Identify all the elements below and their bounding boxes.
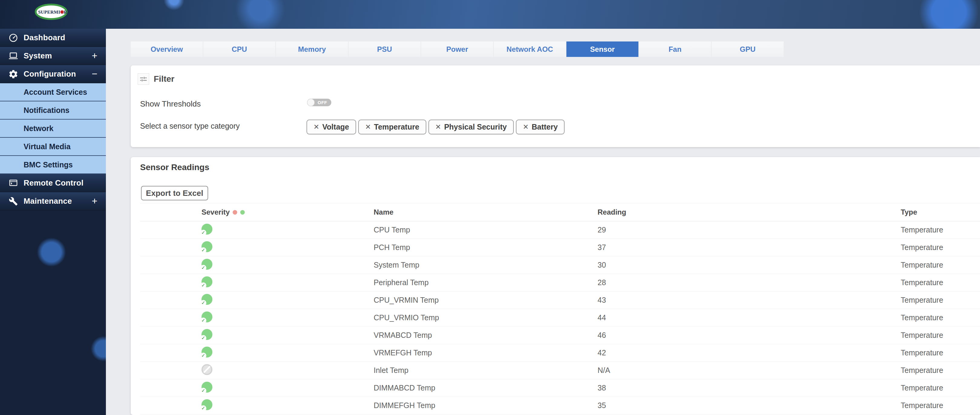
sensor-table-row[interactable]: CPU_VRMIN Temp 43 Temperature — [140, 292, 980, 309]
sensor-type: Temperature — [901, 401, 980, 410]
sensor-type: Temperature — [901, 383, 980, 392]
sensor-type: Temperature — [901, 278, 980, 287]
column-header-type[interactable]: Type — [901, 208, 980, 216]
subnav-label: Network — [24, 124, 54, 133]
sensor-reading: 28 — [598, 278, 901, 287]
severity-status-icon — [202, 329, 212, 340]
sidebar-item-system[interactable]: System + — [0, 47, 106, 65]
sidebar-item-remote-control[interactable]: Remote Control — [0, 174, 106, 192]
remove-chip-icon[interactable]: ✕ — [523, 123, 528, 131]
sensor-name: CPU_VRMIO Temp — [374, 313, 598, 322]
sidebar-item-virtual-media[interactable]: Virtual Media — [0, 138, 106, 156]
sensor-name: Inlet Temp — [374, 366, 598, 375]
tab-label: PSU — [377, 45, 392, 54]
sidebar-item-label: System — [24, 51, 92, 61]
category-chip[interactable]: ✕ Temperature — [358, 120, 426, 134]
tab[interactable]: CPU — [203, 42, 275, 57]
remove-chip-icon[interactable]: ✕ — [435, 123, 441, 131]
show-thresholds-label: Show Thresholds — [140, 99, 200, 109]
chip-label: Battery — [531, 123, 558, 131]
sensor-table-row[interactable]: Peripheral Temp 28 Temperature — [140, 274, 980, 292]
subnav-label: Virtual Media — [24, 142, 70, 151]
expand-plus-icon[interactable]: + — [92, 196, 97, 207]
sensor-table-row[interactable]: CPU_VRMIO Temp 44 Temperature — [140, 309, 980, 327]
sidebar-item-label: Configuration — [24, 69, 92, 79]
show-thresholds-toggle[interactable]: OFF — [307, 99, 331, 106]
severity-status-icon — [202, 364, 212, 375]
tab[interactable]: Sensor — [566, 42, 638, 57]
expand-plus-icon[interactable]: + — [92, 50, 97, 61]
sensor-table-row[interactable]: PCH Temp 37 Temperature — [140, 239, 980, 256]
sensor-reading: 43 — [598, 296, 901, 305]
remove-chip-icon[interactable]: ✕ — [365, 123, 371, 131]
tab-label: Overview — [151, 45, 183, 54]
tab[interactable]: Memory — [276, 42, 348, 57]
tab-label: CPU — [232, 45, 247, 54]
sidebar-item-label: Remote Control — [24, 178, 97, 188]
tab[interactable]: PSU — [348, 42, 420, 57]
tab-bar: Overview CPU Memory PSU Power Network AO… — [131, 42, 784, 57]
sensor-category-label: Select a sensor type category — [140, 122, 240, 131]
tab[interactable]: Power — [421, 42, 493, 57]
sensor-name: CPU_VRMIN Temp — [374, 296, 598, 305]
sidebar-item-network[interactable]: Network — [0, 120, 106, 138]
tab[interactable]: Network AOC — [494, 42, 566, 57]
export-to-excel-button[interactable]: Export to Excel — [141, 186, 208, 200]
tab[interactable]: Fan — [639, 42, 711, 57]
column-header-severity[interactable]: Severity — [202, 208, 230, 216]
sensor-table-row[interactable]: System Temp 30 Temperature — [140, 256, 980, 274]
severity-critical-dot-icon — [233, 210, 237, 215]
sensor-name: VRMABCD Temp — [374, 331, 598, 340]
sensor-reading: 35 — [598, 401, 901, 410]
column-header-name[interactable]: Name — [374, 208, 598, 216]
tab-label: Sensor — [590, 45, 614, 54]
collapse-minus-icon[interactable]: − — [92, 69, 97, 80]
sidebar-item-notifications[interactable]: Notifications — [0, 101, 106, 120]
sensor-readings-title: Sensor Readings — [140, 163, 209, 172]
sensor-reading: 46 — [598, 331, 901, 340]
sidebar-item-dashboard[interactable]: Dashboard — [0, 29, 106, 47]
sensor-reading: N/A — [598, 366, 901, 375]
toggle-state-label: OFF — [315, 100, 331, 105]
filter-panel: Filter Show Thresholds OFF Select a sens… — [131, 65, 980, 147]
tab-label: Power — [446, 45, 468, 54]
sensor-table-row[interactable]: Inlet Temp N/A Temperature — [140, 362, 980, 379]
sensor-reading: 38 — [598, 383, 901, 392]
sensor-category-chips: ✕ Voltage ✕ Temperature ✕ Physical Secur… — [307, 120, 565, 134]
supermicro-logo: SUPERMICR — [35, 3, 68, 21]
category-chip[interactable]: ✕ Battery — [516, 120, 565, 134]
category-chip[interactable]: ✕ Voltage — [307, 120, 356, 134]
sidebar-item-label: Dashboard — [24, 33, 97, 42]
sensor-table-row[interactable]: DIMMEFGH Temp 35 Temperature — [140, 397, 980, 414]
sensor-table-row[interactable]: VRMEFGH Temp 42 Temperature — [140, 344, 980, 362]
chip-label: Voltage — [322, 123, 349, 131]
sensor-table-row[interactable]: VRMABCD Temp 46 Temperature — [140, 327, 980, 344]
sensor-table-row[interactable]: CPU Temp 29 Temperature — [140, 221, 980, 239]
sidebar-item-configuration[interactable]: Configuration − — [0, 65, 106, 83]
tab-label: GPU — [740, 45, 756, 54]
chip-label: Temperature — [374, 123, 419, 131]
tab[interactable]: GPU — [712, 42, 784, 57]
sensor-table-row[interactable]: DIMMABCD Temp 38 Temperature — [140, 379, 980, 397]
sensor-type: Temperature — [901, 243, 980, 252]
column-header-reading[interactable]: Reading — [598, 208, 901, 216]
gauge-icon — [7, 33, 19, 43]
severity-ok-dot-icon — [240, 210, 245, 215]
terminal-icon — [7, 178, 19, 188]
remove-chip-icon[interactable]: ✕ — [313, 123, 319, 131]
sidebar-item-bmc-settings[interactable]: BMC Settings — [0, 156, 106, 174]
sidebar: Dashboard System + Configuration − Accou… — [0, 29, 106, 415]
severity-status-icon — [202, 382, 212, 393]
tab-label: Fan — [669, 45, 682, 54]
sensor-table: Severity Name Reading Type CPU Temp 29 T… — [140, 203, 980, 414]
subnav-label: Account Services — [24, 88, 87, 97]
tab[interactable]: Overview — [131, 42, 203, 57]
sidebar-item-maintenance[interactable]: Maintenance + — [0, 192, 106, 211]
sidebar-item-account-services[interactable]: Account Services — [0, 83, 106, 101]
sensor-type: Temperature — [901, 331, 980, 340]
category-chip[interactable]: ✕ Physical Security — [428, 120, 514, 134]
sensor-name: VRMEFGH Temp — [374, 348, 598, 357]
filter-sliders-icon — [138, 73, 149, 85]
sensor-type: Temperature — [901, 225, 980, 234]
wrench-icon — [7, 197, 19, 206]
